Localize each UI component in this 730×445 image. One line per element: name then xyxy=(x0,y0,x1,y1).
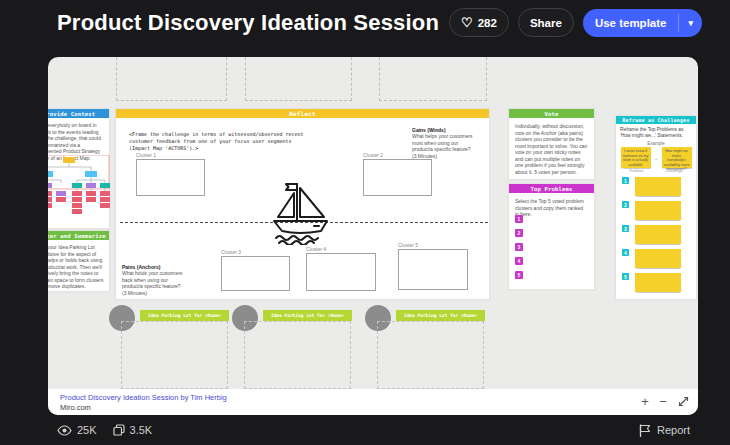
empty-sticky xyxy=(635,177,681,196)
reframe-header: Reframe as Challenges xyxy=(616,116,696,124)
cluster-1: Cluster 1 xyxy=(136,152,205,196)
parking-lot-area xyxy=(377,321,484,389)
dashed-frame xyxy=(116,57,227,101)
cluster-box xyxy=(136,159,205,196)
attribution-source: Miro.com xyxy=(60,403,91,412)
bottom-bar: 25K 3.5K Report xyxy=(0,415,730,445)
use-template-label: Use template xyxy=(583,9,679,37)
attribution-bar: Product Discovery Ideation Session by Ti… xyxy=(48,389,698,415)
rank-chip: 2 xyxy=(622,201,629,208)
problem-caption: Problem xyxy=(629,169,643,173)
page-header: Product Discovery Ideation Session ♡ 282… xyxy=(0,0,730,45)
likes-button[interactable]: ♡ 282 xyxy=(449,8,509,37)
top-problems-card: Top Problems Select the Top 5 voted prob… xyxy=(508,183,595,290)
summarize-text: Copy your Idea Parking Lot from above fo… xyxy=(48,240,109,294)
cluster-box xyxy=(306,253,376,291)
empty-sticky xyxy=(635,273,681,292)
copy-icon xyxy=(113,424,125,436)
empty-sticky xyxy=(635,249,681,268)
likes-count: 282 xyxy=(478,17,497,29)
challenge-row: 4 xyxy=(620,249,692,268)
rank-chip: 1 xyxy=(515,215,523,223)
example-row: I never know if someone on my team is ac… xyxy=(620,147,692,168)
attribution-link[interactable]: Product Discovery Ideation Session by Ti… xyxy=(60,393,227,402)
summarize-header: Cluster and Summarize xyxy=(48,231,109,240)
example-problem-sticky: I never know if someone on my team is ac… xyxy=(621,147,651,168)
cluster-box xyxy=(221,256,290,291)
sailboat-drawing xyxy=(261,179,333,245)
cluster-4: Cluster 4 xyxy=(306,246,376,291)
parking-lot-1: Idea Parking Lot for <Name> xyxy=(109,302,235,389)
summarize-card: Cluster and Summarize Copy your Idea Par… xyxy=(48,230,110,292)
zoom-out-button[interactable]: − xyxy=(654,392,672,410)
challenge-row: 1 xyxy=(620,177,692,196)
example-label: Example xyxy=(620,141,692,146)
vote-header: Vote xyxy=(509,109,594,118)
page-title: Product Discovery Ideation Session xyxy=(57,10,449,36)
heart-icon: ♡ xyxy=(461,16,473,29)
challenge-caption: Challenge xyxy=(666,169,683,173)
copies-count: 3.5K xyxy=(130,424,153,436)
reframe-text: Reframe the Top Problems as 'How might w… xyxy=(620,127,692,139)
empty-sticky xyxy=(635,225,681,244)
example-captions: Problem Challenge xyxy=(620,169,692,173)
rank-chip: 4 xyxy=(515,257,523,265)
whiteboard-canvas: Provide Context Bring everybody on board… xyxy=(48,57,698,415)
rank-chip: 4 xyxy=(622,249,629,256)
example-challenge-sticky: How might we make everybody's availabili… xyxy=(662,147,692,168)
parking-lot-label: Idea Parking Lot for <Name> xyxy=(396,310,485,321)
cluster-5: Cluster 5 xyxy=(398,242,468,290)
top-problems-text: Select the Top 5 voted problem clusters … xyxy=(509,193,594,218)
cluster-box xyxy=(363,159,432,196)
report-button[interactable]: Report xyxy=(639,424,690,437)
parking-lot-3: Idea Parking Lot for <Name> xyxy=(365,302,491,389)
use-template-button[interactable]: Use template ▾ xyxy=(583,9,702,37)
share-button[interactable]: Share xyxy=(518,8,574,37)
challenge-row: 5 xyxy=(620,273,692,292)
vote-text: Individually, without discussion, vote o… xyxy=(509,118,594,180)
arrow-icon: → xyxy=(654,155,659,161)
challenge-rows: 1 2 3 4 xyxy=(620,177,692,292)
fullscreen-button[interactable] xyxy=(674,392,692,410)
flag-icon xyxy=(639,424,651,437)
header-actions: ♡ 282 Share Use template ▾ xyxy=(449,8,702,37)
rank-chips: 1 2 3 4 5 xyxy=(515,215,523,279)
parking-lot-label: Idea Parking Lot for <Name> xyxy=(140,310,229,321)
cluster-2: Cluster 2 xyxy=(363,152,432,196)
rank-chip: 2 xyxy=(515,229,523,237)
rank-chip: 3 xyxy=(622,225,629,232)
expand-icon xyxy=(678,396,689,407)
views-count: 25K xyxy=(77,424,97,436)
copies-stat: 3.5K xyxy=(113,424,153,436)
challenge-row: 3 xyxy=(620,225,692,244)
pains-note: Pains (Anchors) What holds your customer… xyxy=(122,264,186,296)
reflect-card: Reflect <Frame the challenge in terms of… xyxy=(115,108,490,300)
vote-card: Vote Individually, without discussion, v… xyxy=(508,108,595,180)
parking-lot-label: Idea Parking Lot for <Name> xyxy=(263,310,352,321)
eye-icon xyxy=(57,425,72,436)
board-preview[interactable]: Provide Context Bring everybody on board… xyxy=(48,57,698,415)
reflect-header: Reflect xyxy=(116,109,489,118)
challenge-row: 2 xyxy=(620,201,692,220)
cluster-box xyxy=(398,249,468,290)
parking-lot-area xyxy=(121,321,228,389)
report-label: Report xyxy=(657,424,690,436)
rank-chip: 5 xyxy=(622,273,629,280)
top-problems-header: Top Problems xyxy=(509,184,594,193)
parking-lot-area xyxy=(244,321,351,389)
share-label: Share xyxy=(530,17,562,29)
reframe-card: Reframe as Challenges Reframe the Top Pr… xyxy=(615,115,697,300)
impact-map-diagram xyxy=(48,155,111,227)
template-page: Product Discovery Ideation Session ♡ 282… xyxy=(0,0,730,445)
empty-sticky xyxy=(635,201,681,220)
views-stat: 25K xyxy=(57,424,97,436)
cluster-3: Cluster 3 xyxy=(221,249,290,291)
provide-context-header: Provide Context xyxy=(48,109,109,118)
pains-text: What holds your customers back when usin… xyxy=(122,270,186,296)
chevron-down-icon[interactable]: ▾ xyxy=(679,9,702,37)
rank-chip: 1 xyxy=(622,177,629,184)
dashed-frame xyxy=(245,57,352,101)
zoom-in-button[interactable]: + xyxy=(636,392,654,410)
provide-context-card: Provide Context Bring everybody on board… xyxy=(48,108,110,229)
reflect-prompt: <Frame the challenge in terms of witness… xyxy=(129,131,309,151)
